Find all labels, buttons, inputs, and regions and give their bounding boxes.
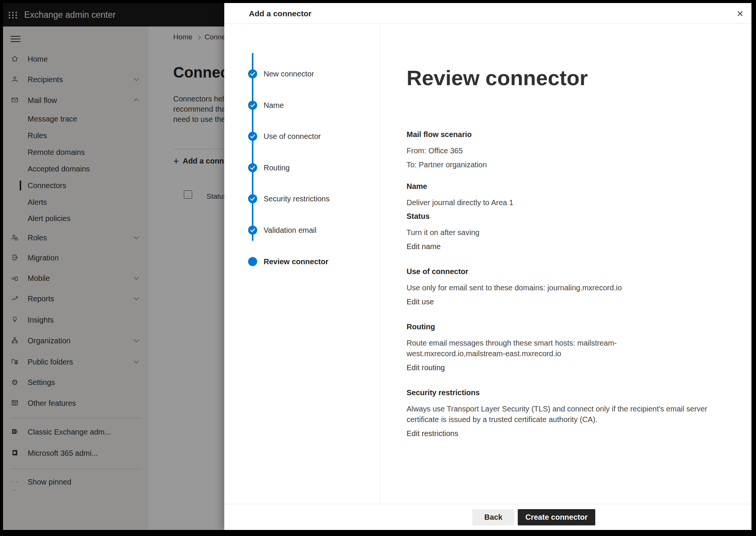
step-completed-icon	[248, 132, 257, 141]
edit-use-link[interactable]: Edit use	[407, 296, 434, 307]
use-of-connector-value: Use only for email sent to these domains…	[407, 282, 713, 293]
step-completed-icon	[248, 226, 257, 235]
modal-title: Add a connector	[249, 3, 312, 24]
section-title-security-restrictions: Security restrictions	[407, 388, 713, 397]
step-routing[interactable]: Routing	[224, 163, 380, 173]
modal-header: Add a connector ×	[224, 3, 751, 24]
modal-footer: Back Create connector	[224, 504, 751, 530]
step-completed-icon	[248, 69, 257, 78]
review-heading: Review connector	[407, 66, 713, 90]
step-completed-icon	[248, 194, 257, 203]
review-panel: Review connector Mail flow scenario From…	[407, 66, 713, 442]
section-title-use-of-connector: Use of connector	[407, 266, 713, 276]
section-title-name: Name	[407, 181, 713, 191]
step-new-connector[interactable]: New connector	[224, 69, 380, 79]
status-value: Turn it on after saving	[407, 227, 713, 238]
step-completed-icon	[248, 101, 257, 110]
edit-routing-link[interactable]: Edit routing	[407, 362, 445, 373]
step-use-of-connector[interactable]: Use of connector	[224, 131, 380, 141]
step-connector-line	[252, 53, 253, 241]
step-name[interactable]: Name	[224, 100, 380, 110]
section-title-mail-flow-scenario: Mail flow scenario	[407, 129, 713, 139]
step-completed-icon	[248, 163, 257, 172]
section-title-routing: Routing	[407, 322, 713, 332]
close-icon[interactable]: ×	[732, 7, 748, 20]
modal-dim-overlay	[3, 3, 224, 530]
add-connector-modal: Add a connector × New connector Name Use…	[224, 3, 751, 530]
mail-flow-to: To: Partner organization	[407, 159, 713, 170]
step-validation-email[interactable]: Validation email	[224, 225, 380, 235]
mail-flow-from: From: Office 365	[407, 145, 713, 156]
routing-value: Route email messages through these smart…	[407, 338, 713, 359]
edit-restrictions-link[interactable]: Edit restrictions	[407, 428, 458, 439]
step-current-icon	[248, 257, 257, 266]
section-title-status: Status	[407, 211, 713, 221]
step-review-connector[interactable]: Review connector	[224, 257, 380, 266]
security-restrictions-value: Always use Transport Layer Security (TLS…	[407, 404, 713, 425]
app-window: Exchange admin center Home Recipients Ma…	[3, 3, 751, 530]
create-connector-button[interactable]: Create connector	[518, 509, 595, 525]
connector-name-value: Deliver journal directly to Area 1	[407, 197, 713, 208]
wizard-step-nav: New connector Name Use of connector Rout…	[224, 24, 380, 504]
back-button[interactable]: Back	[472, 509, 514, 525]
edit-name-link[interactable]: Edit name	[407, 241, 441, 252]
step-security-restrictions[interactable]: Security restrictions	[224, 194, 380, 204]
